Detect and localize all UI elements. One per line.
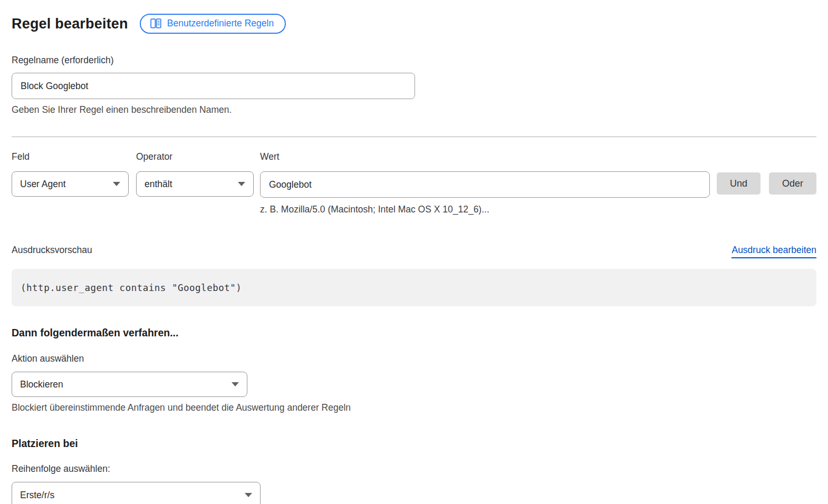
placement-section: Platzieren bei Reihenfolge auswählen: Er… [12, 438, 816, 504]
custom-rules-docs-button[interactable]: Benutzerdefinierte Regeln [140, 14, 286, 34]
page-title: Regel bearbeiten [12, 16, 128, 32]
placement-heading: Platzieren bei [12, 438, 816, 450]
action-heading: Dann folgendermaßen verfahren... [12, 327, 816, 339]
chevron-down-icon [245, 493, 252, 497]
and-button[interactable]: Und [717, 172, 760, 195]
operator-select[interactable]: enthält [136, 171, 254, 197]
value-input[interactable] [260, 171, 710, 198]
order-label: Reihenfolge auswählen: [12, 463, 816, 474]
field-select[interactable]: User Agent [12, 171, 129, 197]
action-label: Aktion auswählen [12, 353, 816, 364]
expression-preview-box: (http.user_agent contains "Googlebot") [12, 269, 816, 306]
edit-expression-link[interactable]: Ausdruck bearbeiten [731, 245, 816, 258]
section-divider [12, 137, 816, 137]
condition-section: Feld User Agent Operator enthält Wert z.… [12, 151, 816, 215]
value-label: Wert [260, 151, 710, 162]
condition-value-column: Wert z. B. Mozilla/5.0 (Macintosh; Intel… [260, 151, 710, 215]
rule-name-section: Regelname (erforderlich) Geben Sie Ihrer… [12, 55, 816, 115]
logic-buttons: Und Oder [717, 172, 816, 195]
action-section: Dann folgendermaßen verfahren... Aktion … [12, 327, 816, 413]
chevron-down-icon [113, 182, 120, 186]
field-select-value: User Agent [20, 179, 66, 190]
or-button[interactable]: Oder [769, 172, 816, 195]
chevron-down-icon [232, 382, 239, 386]
book-open-icon [150, 18, 161, 28]
condition-field-column: Feld User Agent [12, 151, 129, 197]
rule-name-help: Geben Sie Ihrer Regel einen beschreibend… [12, 104, 816, 115]
action-select[interactable]: Blockieren [12, 372, 247, 397]
order-select-value: Erste/r/s [20, 490, 54, 501]
expression-section: Ausdrucksvorschau Ausdruck bearbeiten (h… [12, 245, 816, 306]
expression-preview-label: Ausdrucksvorschau [12, 245, 92, 256]
chevron-down-icon [238, 182, 245, 186]
action-help: Blockiert übereinstimmende Anfragen und … [12, 402, 816, 413]
custom-rules-docs-label: Benutzerdefinierte Regeln [167, 18, 274, 28]
operator-select-value: enthält [145, 179, 172, 190]
action-select-value: Blockieren [20, 379, 63, 390]
operator-label: Operator [136, 151, 254, 162]
field-label: Feld [12, 151, 129, 162]
condition-operator-column: Operator enthält [136, 151, 254, 197]
rule-name-input[interactable] [12, 73, 415, 99]
value-example-text: z. B. Mozilla/5.0 (Macintosh; Intel Mac … [260, 204, 710, 215]
order-select[interactable]: Erste/r/s [12, 482, 261, 504]
rule-name-label: Regelname (erforderlich) [12, 55, 816, 66]
page-header: Regel bearbeiten Benutzerdefinierte Rege… [12, 14, 816, 34]
expression-code: (http.user_agent contains "Googlebot") [21, 283, 242, 293]
